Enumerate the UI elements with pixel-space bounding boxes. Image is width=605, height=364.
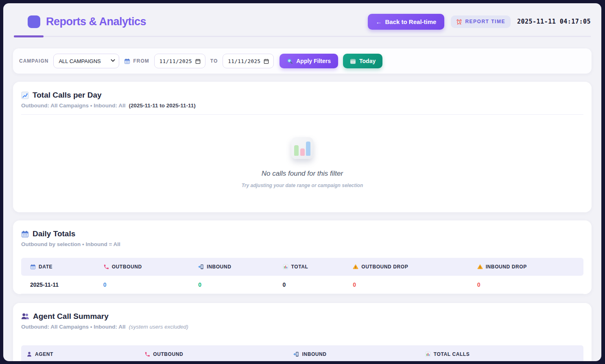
calendar-icon — [21, 230, 29, 238]
phone-outbound-icon — [103, 264, 109, 270]
to-date-value: 11/11/2025 — [228, 58, 260, 64]
report-time-label: REPORT TIME — [465, 19, 505, 24]
search-icon — [287, 58, 293, 64]
cell-inbound-drop: 0 — [468, 276, 583, 294]
back-to-realtime-button[interactable]: ← Back to Real-time — [368, 14, 445, 30]
to-label: TO — [210, 58, 218, 64]
chart-increasing-icon — [21, 92, 29, 99]
header-divider-accent — [14, 35, 44, 37]
empty-state-title: No calls found for this filter — [262, 170, 343, 178]
total-calls-card: Total Calls per Day Outbound: All Campai… — [13, 82, 592, 212]
daily-totals-card: Daily Totals Outbound by selection • Inb… — [13, 220, 592, 294]
warning-icon — [353, 264, 358, 270]
from-date-input[interactable]: 11/11/2025 — [154, 54, 205, 68]
campaign-label: CAMPAIGN — [19, 58, 48, 64]
app-logo — [28, 15, 40, 28]
bar-chart-icon — [291, 137, 313, 159]
table-header-row: AGENT OUTBOUND INBOUND TOTAL CALLS — [21, 345, 583, 362]
daily-totals-title: Daily Totals — [33, 229, 75, 238]
back-button-label: Back to Real-time — [385, 18, 437, 25]
users-icon — [21, 313, 29, 320]
apply-filters-label: Apply Filters — [296, 58, 331, 64]
daily-totals-subtitle: Outbound by selection • Inbound = All — [21, 241, 120, 247]
arrow-left-icon: ← — [376, 18, 382, 25]
campaign-select[interactable]: ALL CAMPAIGNS — [53, 54, 119, 68]
col-outbound: OUTBOUND — [153, 351, 183, 357]
agent-summary-card: Agent Call Summary Outbound: All Campaig… — [13, 303, 592, 362]
agent-summary-subtitle: Outbound: All Campaigns • Inbound: All — [21, 324, 125, 330]
main-page: Reports & Analytics ← Back to Real-time … — [3, 3, 601, 361]
total-calls-date-range: (2025-11-11 to 2025-11-11) — [129, 102, 195, 109]
cell-outbound: 0 — [94, 276, 190, 294]
cell-inbound: 0 — [189, 276, 273, 294]
empty-state-hint: Try adjusting your date range or campaig… — [242, 183, 363, 188]
total-calls-title: Total Calls per Day — [33, 91, 102, 100]
report-time-badge: REPORT TIME — [451, 15, 511, 28]
calendar-icon — [350, 58, 356, 64]
col-inbound-drop: INBOUND DROP — [486, 264, 527, 270]
date-picker-icon[interactable] — [263, 58, 269, 64]
bar-chart-icon — [425, 351, 431, 357]
agent-summary-note: (system users excluded) — [129, 324, 188, 330]
apply-filters-button[interactable]: Apply Filters — [280, 54, 338, 68]
from-date-value: 11/11/2025 — [159, 58, 192, 64]
cell-date: 2025-11-11 — [21, 276, 94, 294]
date-picker-icon[interactable] — [195, 58, 201, 64]
user-icon — [26, 351, 32, 357]
calendar-icon — [30, 264, 36, 270]
phone-outbound-icon — [144, 351, 150, 357]
alarm-clock-icon — [456, 19, 462, 25]
col-date: DATE — [39, 264, 52, 270]
page-title: Reports & Analytics — [46, 15, 146, 28]
phone-inbound-icon — [198, 264, 204, 270]
header-divider — [14, 36, 591, 37]
bar-chart-icon — [283, 264, 288, 270]
report-timestamp: 2025-11-11 04:17:05 — [517, 18, 591, 25]
col-total-calls: TOTAL CALLS — [434, 351, 470, 357]
today-button[interactable]: Today — [343, 54, 382, 68]
today-label: Today — [359, 58, 376, 64]
table-row: 2025-11-11 0 0 0 0 0 — [21, 276, 583, 294]
cell-outbound-drop: 0 — [344, 276, 468, 294]
phone-inbound-icon — [293, 351, 299, 357]
agent-summary-title: Agent Call Summary — [33, 312, 109, 321]
from-label: FROM — [133, 58, 149, 64]
cell-total: 0 — [274, 276, 344, 294]
agent-summary-table: AGENT OUTBOUND INBOUND TOTAL CALLS — [21, 345, 583, 362]
page-header: Reports & Analytics ← Back to Real-time … — [3, 3, 601, 37]
col-outbound-drop: OUTBOUND DROP — [361, 264, 408, 270]
col-agent: AGENT — [35, 351, 53, 357]
col-inbound: INBOUND — [207, 264, 231, 270]
col-outbound: OUTBOUND — [112, 264, 142, 270]
to-date-input[interactable]: 11/11/2025 — [223, 54, 274, 68]
daily-totals-table: DATE OUTBOUND INBOUND TOTAL OUTBOUND DRO… — [21, 258, 583, 294]
col-inbound: INBOUND — [302, 351, 326, 357]
warning-icon — [477, 264, 483, 270]
table-header-row: DATE OUTBOUND INBOUND TOTAL OUTBOUND DRO… — [21, 258, 583, 276]
col-total: TOTAL — [291, 264, 308, 270]
filter-bar: CAMPAIGN ALL CAMPAIGNS FROM 11/11/2025 T… — [13, 48, 592, 74]
total-calls-subtitle: Outbound: All Campaigns • Inbound: All — [21, 102, 125, 109]
calendar-icon — [124, 58, 130, 64]
chart-empty-state: No calls found for this filter Try adjus… — [13, 115, 592, 211]
